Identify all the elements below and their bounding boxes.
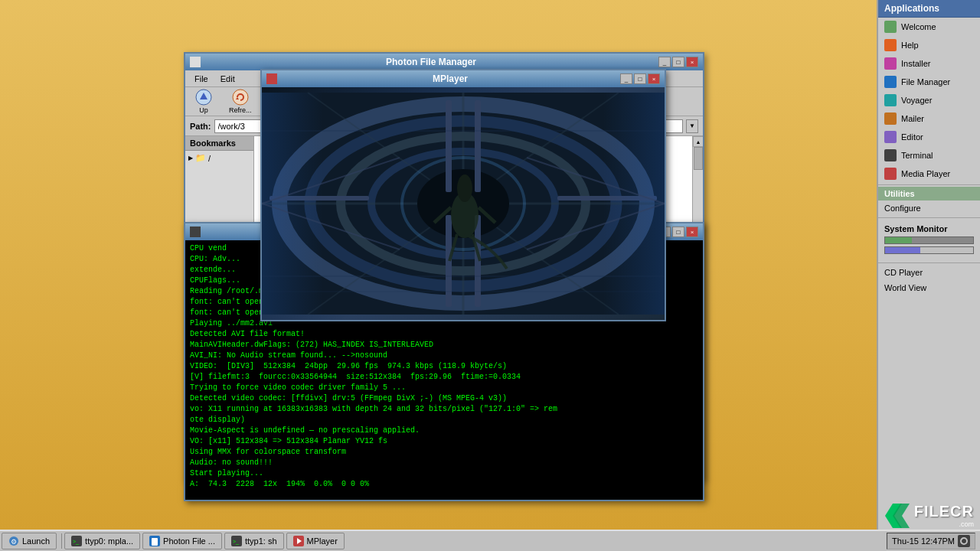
mplayer-minimize-btn[interactable]: _: [620, 73, 632, 84]
sidebar-item-file-manager[interactable]: File Manager: [878, 73, 980, 91]
filecr-brand: FILECR .com: [914, 503, 974, 528]
cd-player-label: CD Player: [884, 268, 923, 277]
taskbar-terminal-icon-2: >_: [231, 536, 242, 546]
filecr-dotcom: .com: [959, 520, 974, 528]
up-label: Up: [199, 106, 208, 114]
mplayer-window-icon: [266, 73, 277, 84]
bookmark-root-label: /: [208, 154, 211, 163]
folder-icon: 📁: [195, 153, 206, 163]
mplayer-close-btn[interactable]: ×: [648, 73, 660, 84]
file-manager-maximize-btn[interactable]: □: [672, 57, 684, 67]
panel-divider-1: [878, 184, 980, 185]
taskbar-ttyp1[interactable]: >_ ttyp1: sh: [224, 533, 284, 549]
taskbar-ttyp1-label: ttyp1: sh: [245, 536, 277, 546]
clock-display: Thu-15 12:47PM: [892, 536, 955, 546]
term-line-21: Start playing...: [190, 468, 698, 479]
right-panel: Applications Welcome Help Installer File…: [877, 0, 980, 530]
filecr-logo-icon: [885, 504, 910, 528]
svg-rect-42: [152, 538, 158, 546]
terminal-maximize-btn[interactable]: □: [672, 227, 684, 237]
sys-monitor-label: System Monitor: [884, 224, 974, 233]
file-manager-window-controls: _ □ ×: [658, 57, 698, 67]
file-manager-minimize-btn[interactable]: _: [658, 57, 671, 67]
bookmark-root[interactable]: ▶ 📁 /: [185, 151, 253, 165]
taskbar-separator-1: [61, 533, 62, 549]
sidebar-item-configure[interactable]: Configure: [878, 201, 980, 216]
svg-text:>_: >_: [233, 539, 239, 545]
mem-bar-used: [885, 247, 920, 253]
svg-rect-28: [262, 93, 323, 315]
menu-edit[interactable]: Edit: [214, 73, 241, 85]
menu-file[interactable]: File: [188, 73, 214, 85]
term-line-10: AVI_NI: No Audio stream found... -->noso…: [190, 350, 698, 361]
scroll-thumb[interactable]: [694, 147, 703, 170]
watermark: FILECR .com: [885, 503, 974, 528]
sidebar-item-media-player[interactable]: Media Player: [878, 165, 980, 183]
term-line-8: Detected AVI file format!: [190, 329, 698, 340]
term-line-13: Trying to force video codec driver famil…: [190, 383, 698, 393]
launch-button[interactable]: ⚙ Launch: [2, 533, 57, 549]
path-dropdown-btn[interactable]: ▼: [686, 119, 698, 133]
installer-label: Installer: [901, 59, 931, 68]
welcome-label: Welcome: [901, 22, 936, 31]
sidebar-item-installer[interactable]: Installer: [878, 54, 980, 73]
help-label: Help: [901, 41, 919, 50]
file-manager-window-icon: [190, 57, 201, 67]
mplayer-maximize-btn[interactable]: □: [634, 73, 646, 84]
editor-label: Editor: [901, 132, 923, 142]
apps-header: Applications: [878, 0, 980, 18]
mplayer-scene: [262, 87, 665, 320]
launch-label: Launch: [22, 536, 50, 546]
up-icon: [195, 89, 212, 106]
file-manager-close-btn[interactable]: ×: [686, 57, 698, 67]
term-line-14: Detected video codec: [ffdivx] drv:5 (FF…: [190, 393, 698, 404]
media-player-label: Media Player: [901, 169, 950, 178]
refresh-label: Refre...: [229, 106, 252, 114]
bookmarks-header: Bookmarks: [185, 136, 253, 151]
sidebar-item-terminal[interactable]: Terminal: [878, 146, 980, 165]
refresh-button[interactable]: Refre...: [224, 86, 257, 116]
installer-icon: [884, 57, 897, 70]
sidebar-item-welcome[interactable]: Welcome: [878, 18, 980, 36]
svg-text:>_: >_: [73, 539, 79, 545]
voyager-label: Voyager: [901, 96, 932, 105]
terminal-close-btn[interactable]: ×: [686, 227, 698, 237]
sidebar-item-mailer[interactable]: Mailer: [878, 109, 980, 128]
refresh-icon: [232, 89, 249, 106]
expand-icon: ▶: [188, 155, 193, 161]
path-label: Path:: [190, 122, 211, 131]
sidebar-item-voyager[interactable]: Voyager: [878, 91, 980, 109]
svg-rect-16: [446, 100, 452, 192]
svg-point-2: [233, 90, 248, 105]
desktop: Applications Welcome Help Installer File…: [0, 0, 980, 530]
svg-rect-29: [603, 93, 665, 315]
taskbar-terminal-icon-1: >_: [71, 536, 82, 546]
file-manager-titlebar: Photon File Manager _ □ ×: [185, 54, 703, 70]
term-line-18: VO: [x11] 512x384 => 512x384 Planar YV12…: [190, 436, 698, 447]
term-line-12: [V] filefmt:3 fourcc:0x33564944 size:512…: [190, 372, 698, 383]
taskbar-mplayer-label: MPlayer: [307, 536, 338, 546]
sidebar-item-help[interactable]: Help: [878, 36, 980, 54]
term-line-16: ote display): [190, 415, 698, 425]
mailer-icon: [884, 112, 897, 125]
file-manager-icon: [884, 76, 897, 88]
taskbar-mplayer[interactable]: MPlayer: [286, 533, 345, 549]
taskbar-right: Thu-15 12:47PM: [887, 533, 978, 549]
mplayer-titlebar: MPlayer _ □ ×: [262, 70, 665, 87]
cpu-bar: [884, 236, 974, 244]
svg-rect-17: [475, 100, 481, 192]
term-line-11: VIDEO: [DIV3] 512x384 24bpp 29.96 fps 97…: [190, 361, 698, 372]
mplayer-title: MPlayer: [280, 73, 620, 84]
taskbar-ttyp0[interactable]: >_ ttyp0: mpla...: [64, 533, 140, 549]
sidebar-item-world-view[interactable]: World View: [878, 280, 980, 295]
up-button[interactable]: Up: [190, 86, 217, 116]
help-icon: [884, 39, 897, 51]
file-manager-title: Photon File Manager: [204, 57, 658, 67]
term-line-20: Audio: no sound!!!: [190, 458, 698, 468]
scroll-up-arrow[interactable]: ▲: [693, 136, 703, 147]
taskbar-photon[interactable]: Photon File ...: [142, 533, 222, 549]
panel-divider-2: [878, 217, 980, 218]
sys-tray: Thu-15 12:47PM: [887, 533, 975, 549]
sidebar-item-editor[interactable]: Editor: [878, 128, 980, 146]
sidebar-item-cd-player[interactable]: CD Player: [878, 265, 980, 280]
